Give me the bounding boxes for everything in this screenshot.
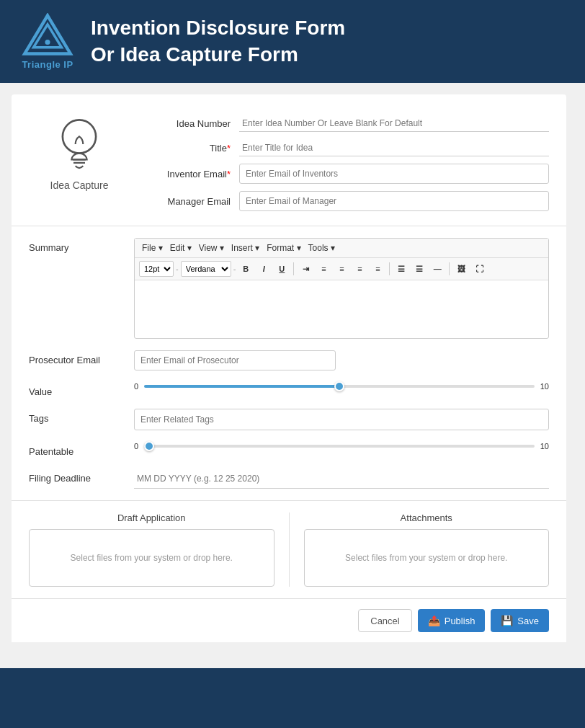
rte-menu-edit[interactable]: Edit ▾ [167,241,195,254]
svg-point-2 [45,40,50,45]
logo-container: Triangle IP [22,13,73,70]
upload-divider [289,512,290,587]
draft-application-dropzone[interactable]: Select files from your system or drop he… [29,529,274,587]
rte-bold-btn[interactable]: B [238,261,254,277]
value-max-label: 10 [540,382,549,391]
rte-ordered-list-btn[interactable]: ☰ [411,261,427,277]
draft-application-drop-text: Select files from your system or drop he… [71,553,233,563]
publish-button[interactable]: 📤 Publish [418,609,486,632]
main-form-card: Idea Capture Idea Number Title* [12,94,566,642]
cancel-button[interactable]: Cancel [358,609,411,632]
inventor-email-label: Inventor Email* [144,169,231,179]
patentable-slider-container: 0 10 [134,442,549,450]
filing-deadline-input[interactable] [134,469,549,489]
prosecutor-email-label: Prosecutor Email [29,350,122,365]
title-label: Title* [144,143,231,154]
save-icon: 💾 [501,615,513,626]
rte-align-center-btn[interactable]: ≡ [334,261,349,277]
publish-label: Publish [445,616,475,626]
value-slider-container: 0 10 [134,382,549,391]
save-label: Save [517,616,539,626]
outer-card: Idea Capture Idea Number Title* [0,83,585,668]
rte-hr-btn[interactable]: — [429,261,445,277]
draft-application-box: Draft Application Select files from your… [29,512,274,587]
rte-font-size-select[interactable]: 12pt 10pt 14pt 16pt [139,261,174,277]
inventor-email-row: Inventor Email* [144,164,549,184]
rte-menu-view[interactable]: View ▾ [196,241,227,254]
rte-underline-btn[interactable]: U [274,261,290,277]
attachments-title: Attachments [401,512,452,523]
rte-align-right-btn[interactable]: ≡ [352,261,367,277]
filing-deadline-label: Filing Deadline [29,469,122,484]
patentable-slider[interactable] [144,445,535,448]
rte-indent-btn[interactable]: ⇥ [298,261,313,277]
tags-content [134,409,549,430]
idea-number-row: Idea Number [144,115,549,132]
patentable-max-label: 10 [540,442,549,450]
patentable-label: Patentable [29,442,122,457]
footer-bar: Cancel 📤 Publish 💾 Save [12,599,566,642]
draft-application-title: Draft Application [117,512,186,523]
prosecutor-email-input[interactable] [134,350,336,370]
rte-menu-insert[interactable]: Insert ▾ [228,241,262,254]
attachments-dropzone[interactable]: Select files from your system or drop he… [304,529,550,587]
patentable-row: Patentable 0 10 [29,442,549,457]
rte-menu-format[interactable]: Format ▾ [264,241,303,254]
rte-unordered-list-btn[interactable]: ☰ [393,261,409,277]
value-min-label: 0 [134,382,138,391]
filing-deadline-content [134,469,549,489]
tags-input[interactable] [134,409,549,430]
rte-sep1 [293,262,294,275]
publish-icon: 📤 [428,615,440,626]
value-label: Value [29,382,122,397]
filing-deadline-row: Filing Deadline [29,469,549,489]
patentable-min-label: 0 [134,442,138,450]
rte-align-justify-btn[interactable]: ≡ [370,261,385,277]
rich-text-editor[interactable]: File ▾ Edit ▾ View ▾ Insert ▾ Format ▾ T… [134,238,549,339]
value-row: Value 0 10 [29,382,549,397]
top-section: Idea Capture Idea Number Title* [12,94,566,226]
manager-email-input[interactable] [239,191,549,211]
summary-label: Summary [29,238,122,253]
summary-row: Summary File ▾ Edit ▾ View ▾ Insert ▾ Fo… [29,238,549,339]
idea-capture-label: Idea Capture [50,179,109,191]
idea-capture-box: Idea Capture [29,109,130,211]
prosecutor-email-row: Prosecutor Email [29,350,549,370]
logo-text: Triangle IP [22,59,73,70]
rte-wrapper: File ▾ Edit ▾ View ▾ Insert ▾ Format ▾ T… [134,238,549,339]
rte-italic-btn[interactable]: I [256,261,272,277]
title-row: Title* [144,139,549,156]
inventor-email-input[interactable] [239,164,549,184]
content-section: Summary File ▾ Edit ▾ View ▾ Insert ▾ Fo… [12,226,566,501]
attachments-drop-text: Select files from your system or drop he… [345,553,507,563]
tags-row: Tags [29,409,549,430]
title-line1: Invention Disclosure Form [91,15,345,41]
page-header: Triangle IP Invention Disclosure Form Or… [0,0,585,83]
value-slider[interactable] [144,385,535,388]
upload-section: Draft Application Select files from your… [12,501,566,599]
save-button[interactable]: 💾 Save [491,609,549,632]
rte-sep2 [389,262,390,275]
rte-image-btn[interactable]: 🖼 [453,261,469,277]
prosecutor-email-content [134,350,549,370]
rte-menubar: File ▾ Edit ▾ View ▾ Insert ▾ Format ▾ T… [135,239,548,258]
title-input[interactable] [239,139,549,156]
lightbulb-icon [50,116,108,174]
rte-sep3 [449,262,450,275]
header-title: Invention Disclosure Form Or Idea Captur… [91,15,345,68]
rte-body[interactable] [135,280,548,338]
title-line2: Or Idea Capture Form [91,42,345,68]
rte-menu-tools[interactable]: Tools ▾ [305,241,338,254]
triangle-ip-logo [22,13,73,56]
rte-menu-file[interactable]: File ▾ [139,241,166,254]
form-fields: Idea Number Title* Inventor Email* [144,109,549,211]
rte-align-left-btn[interactable]: ≡ [316,261,331,277]
idea-number-label: Idea Number [144,118,231,129]
manager-email-label: Manager Email [144,196,231,207]
rte-font-name-select[interactable]: Verdana Arial Times New Roman [181,261,231,277]
tags-label: Tags [29,409,122,424]
rte-toolbar: 12pt 10pt 14pt 16pt - Verdana Arial Time… [135,258,548,280]
rte-fullscreen-btn[interactable]: ⛶ [471,261,487,277]
manager-email-row: Manager Email [144,191,549,211]
idea-number-input[interactable] [239,115,549,132]
